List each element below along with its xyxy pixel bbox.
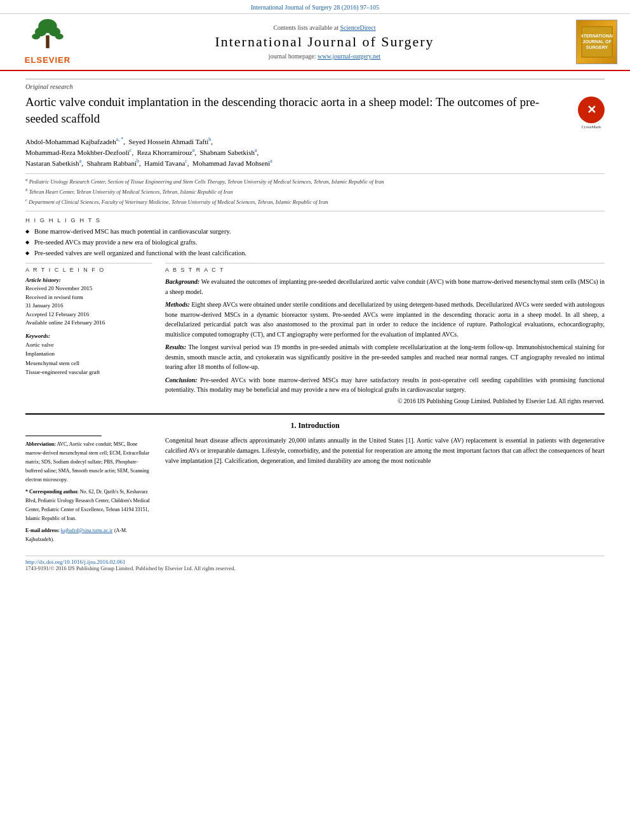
intro-text-col: Congenital heart disease affects approxi…	[165, 436, 605, 547]
abstract-methods: Methods: Eight sheep AVCs were obtained …	[165, 300, 605, 339]
history-received: Received 20 November 2015	[25, 284, 152, 293]
keyword-1: Aortic valve	[25, 340, 152, 349]
history-revised-date: 31 January 2016	[25, 302, 152, 310]
svg-point-6	[55, 34, 64, 39]
results-label: Results:	[165, 343, 186, 350]
conclusion-label: Conclusion:	[165, 377, 198, 383]
footnotes-col: Abbreviation: AVC, Aortic valve conduit;…	[25, 436, 152, 547]
results-text: The longest survival period was 19 month…	[165, 343, 605, 370]
surgery-journal-badge: INTERNATIONAL JOURNAL OF SURGERY	[566, 20, 617, 64]
svg-rect-4	[46, 36, 50, 48]
affiliation-c: c Department of Clinical Sciences, Facul…	[25, 197, 605, 206]
doi-link[interactable]: http://dx.doi.org/10.1016/j.ijsu.2016.02…	[25, 559, 126, 565]
author-1: Abdol-Mohammad Kajbafzadeh	[25, 138, 116, 145]
author-9: Mohammad Javad Mohseni	[192, 159, 270, 167]
author-2-sup: b	[208, 137, 211, 142]
authors-line: Abdol-Mohammad Kajbafzadeha, *, Seyed Ho…	[25, 136, 605, 168]
highlights-heading: H I G H L I G H T S	[25, 217, 605, 223]
highlight-3: Pre-seeded valves are well organized and…	[25, 249, 605, 258]
author-8: Hamid Tavana	[144, 159, 185, 167]
issn-line: 1743-9191/© 2016 IJS Publishing Group Li…	[25, 565, 236, 571]
svg-text:INTERNATIONAL: INTERNATIONAL	[581, 34, 613, 38]
footnote-divider	[25, 436, 102, 436]
intro-section: Abbreviation: AVC, Aortic valve conduit;…	[25, 436, 605, 547]
abstract-background: Background: We evaluated the outcomes of…	[165, 277, 605, 297]
journal-ref-bar: International Journal of Surgery 28 (201…	[0, 0, 630, 14]
article-info-heading: A R T I C L E I N F O	[25, 263, 152, 273]
email-label: E-mail address:	[25, 528, 61, 533]
highlights-list: Bone marrow-derived MSC has much potenti…	[25, 227, 605, 258]
author-3-sup: c	[130, 147, 132, 153]
author-4: Reza Khorramirouz	[137, 149, 192, 156]
article-info-col: A R T I C L E I N F O Article history: R…	[25, 263, 152, 404]
history-label: Article history:	[25, 277, 152, 283]
author-5-sup: a	[255, 147, 257, 153]
journal-ref-text: International Journal of Surgery 28 (201…	[251, 4, 379, 11]
abstract-results: Results: The longest survival period was…	[165, 342, 605, 372]
methods-label: Methods:	[165, 301, 190, 308]
svg-text:JOURNAL OF: JOURNAL OF	[582, 39, 612, 44]
email-footnote: E-mail address: kajbafzd@sina.tums.ac.ir…	[25, 526, 152, 543]
author-7-sup: b	[137, 158, 139, 164]
author-3: Mohammad-Reza Mokhber-Dezfooli	[25, 149, 130, 156]
journal-homepage: journal homepage: www.journal-surgery.ne…	[83, 53, 566, 60]
journal-header: ELSEVIER Contents lists available at Sci…	[0, 14, 630, 71]
crossmark-label: CrossMark	[578, 124, 605, 130]
intro-paragraph: Congenital heart disease affects approxi…	[165, 436, 605, 466]
author-8-sup: c	[185, 158, 187, 164]
keyword-4: Tissue-engineered vascular graft	[25, 368, 152, 377]
elsevier-logo: ELSEVIER	[13, 19, 83, 65]
journal-name: International Journal of Surgery	[83, 34, 566, 50]
intro-heading: 1. Introduction	[25, 421, 605, 430]
main-content: Original research Aortic valve conduit i…	[0, 71, 630, 579]
keyword-2: Implantation	[25, 349, 152, 358]
page-footer: http://dx.doi.org/10.1016/j.ijsu.2016.02…	[25, 556, 605, 571]
affiliation-a: a Pediatric Urology Research Center, Sec…	[25, 177, 605, 186]
email-link[interactable]: kajbafzd@sina.tums.ac.ir	[61, 528, 112, 533]
author-6-sup: a	[79, 158, 82, 164]
abbrev-label: Abbreviation: AVC, Aortic valve conduit;…	[25, 441, 149, 483]
history-online: Available online 24 February 2016	[25, 319, 152, 328]
intro-divider	[25, 413, 605, 415]
author-2: Seyed Hossein Ahmadi Tafti	[128, 138, 208, 145]
article-title: Aortic valve conduit implantation in the…	[25, 94, 569, 126]
keywords-label: Keywords:	[25, 333, 152, 339]
highlight-1: Bone marrow-derived MSC has much potenti…	[25, 227, 605, 237]
abstract-col: A B S T R A C T Background: We evaluated…	[165, 263, 605, 404]
abstract-conclusion: Conclusion: Pre-seeded AVCs with bone ma…	[165, 375, 605, 395]
author-5: Shabnam Sabetkish	[199, 149, 254, 156]
surgery-journal-icon: INTERNATIONAL JOURNAL OF SURGERY	[581, 26, 613, 58]
history-accepted: Accepted 12 February 2016	[25, 310, 152, 319]
author-6: Nastaran Sabetkish	[25, 159, 79, 167]
abstract-heading: A B S T R A C T	[165, 263, 605, 273]
corresponding-footnote: * Corresponding author. No. 62, Dr. Qari…	[25, 487, 152, 523]
history-revised-label: Received in revised form	[25, 293, 152, 302]
affiliation-b: b Tehran Heart Center, Tehran University…	[25, 187, 605, 196]
section-type-label: Original research	[25, 79, 605, 90]
background-text: We evaluated the outcomes of implanting …	[165, 278, 605, 295]
svg-point-5	[32, 34, 40, 39]
methods-text: Eight sheep AVCs were obtained under ste…	[165, 301, 605, 338]
abbreviation-footnote: Abbreviation: AVC, Aortic valve conduit;…	[25, 439, 152, 484]
page: International Journal of Surgery 28 (201…	[0, 0, 630, 840]
elsevier-wordmark: ELSEVIER	[25, 55, 70, 65]
background-label: Background:	[165, 278, 199, 285]
crossmark-badge[interactable]: ✕ CrossMark	[578, 97, 605, 130]
contents-text: Contents lists available at	[273, 24, 338, 31]
highlight-2: Pre-seeded AVCs may provide a new era of…	[25, 238, 605, 248]
svg-text:SURGERY: SURGERY	[586, 45, 608, 50]
article-title-row: Aortic valve conduit implantation in the…	[25, 94, 605, 130]
crossmark-icon: ✕	[578, 97, 605, 123]
copyright-line: © 2016 IJS Publishing Group Limited. Pub…	[165, 398, 605, 404]
author-9-sup: a	[270, 158, 272, 164]
homepage-link[interactable]: www.journal-surgery.net	[318, 53, 380, 60]
highlights-divider	[25, 211, 605, 211]
journal-center: Contents lists available at ScienceDirec…	[83, 24, 566, 60]
article-info-abstract-section: A R T I C L E I N F O Article history: R…	[25, 263, 605, 404]
author-7: Shahram Rabbani	[86, 159, 137, 167]
elsevier-tree-icon	[29, 19, 67, 54]
keyword-3: Mesenchymal stem cell	[25, 359, 152, 368]
author-1-sup: a, *	[116, 137, 124, 142]
homepage-text: journal homepage:	[269, 53, 316, 60]
sciencedirect-link[interactable]: ScienceDirect	[340, 24, 375, 31]
